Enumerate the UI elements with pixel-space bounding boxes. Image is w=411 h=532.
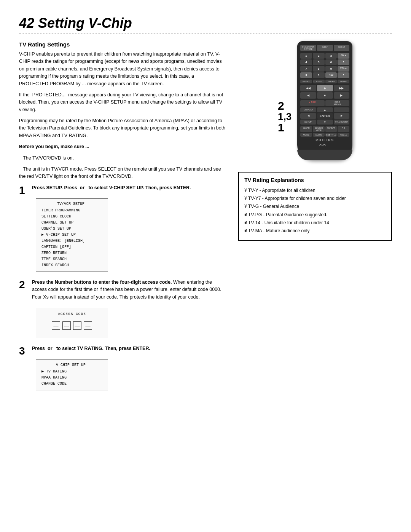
disc-menu-btn[interactable]: DISCMENU — [325, 100, 350, 106]
two-col-layout: TV Rating Settings V-CHIP enables parent… — [19, 41, 392, 397]
ch-up-btn[interactable]: CH▲ — [338, 53, 349, 59]
search-mode-btn[interactable]: SEARCH MODE — [313, 126, 325, 132]
ch-down-btn[interactable]: ▼ — [338, 59, 349, 65]
step-2: 2 Press the Number buttons to enter the … — [19, 279, 227, 338]
num-btn-8[interactable]: 8 — [313, 66, 325, 72]
ac-box-1: — — [52, 321, 60, 330]
clear-btn[interactable]: CLEAR — [300, 126, 312, 132]
screen-item: INDEX SEARCH — [41, 262, 102, 268]
ffwd-btn[interactable]: ▶▶ — [334, 85, 350, 91]
repeat-btn[interactable]: REPEAT — [325, 126, 337, 132]
remote-top-buttons: STANDBY/ONPICTURE SLEEP SELECT — [300, 45, 349, 51]
step-3-number: 3 — [19, 346, 28, 356]
tv-rating-item-14: TV-14 - Unsuitable for children under 14 — [244, 219, 386, 227]
bottom-row-1: CLEAR SEARCH MODE REPEAT A-B — [300, 126, 349, 132]
access-code-display: — — — — — [42, 320, 102, 331]
before-heading: Before you begin, make sure ... — [19, 143, 227, 150]
speed-btn[interactable]: SPEED — [300, 80, 312, 83]
screen-item-mpaa: MPAA RATING — [41, 375, 102, 381]
tv-rating-item-g: TV-G - General Audience — [244, 203, 386, 210]
zoom-btn[interactable]: ZOOM — [325, 80, 337, 83]
play-btn[interactable]: ▶ — [317, 85, 333, 91]
record-btn[interactable]: ● REC — [300, 100, 325, 106]
step-2-content: Press the Number buttons to enter the fo… — [32, 279, 227, 338]
access-code-boxes: — — — — — [52, 321, 92, 330]
ab-btn[interactable]: A-B — [338, 126, 349, 132]
vol-up-btn[interactable]: VOL▲ — [338, 66, 349, 72]
setup-btn[interactable]: SETUP — [300, 120, 316, 125]
left-btn[interactable]: ◀ — [300, 113, 316, 119]
rewind-btn[interactable]: ◀◀ — [300, 85, 316, 91]
creset-btn[interactable]: C.RESET — [313, 80, 325, 83]
left-column: TV Rating Settings V-CHIP enables parent… — [19, 41, 227, 397]
display-btn[interactable]: DISPLAY — [300, 107, 316, 112]
audio-btn[interactable]: AUDIO — [313, 133, 325, 137]
tv-rating-item-y7: TV-Y7 - Appropriate for children seven a… — [244, 195, 386, 202]
num-btn-2[interactable]: 2 — [313, 53, 325, 59]
tv-rating-heading: TV Rating Settings — [19, 41, 227, 48]
bottom-row-2: MODE AUDIO SUBTITLE ANGLE — [300, 133, 349, 137]
dvd-logo: DVD — [300, 143, 349, 148]
down-btn[interactable]: ▼ — [317, 120, 333, 125]
right-column: 2 1,3 1 STANDBY/ONPICTURE SLEEP SELECT 1 — [238, 41, 392, 397]
right-btn[interactable]: ▶ — [334, 113, 350, 119]
remote-mid-row: SPEED C.RESET ZOOM MUTE — [300, 80, 349, 83]
screen-item: TIMER PROGRAMMING — [41, 208, 102, 214]
ac-box-2: — — [62, 321, 71, 330]
plus10-btn[interactable]: +10 — [325, 72, 337, 78]
screen-item-selected: V-CHIP SET UP — [41, 232, 102, 238]
remote-step-num-2: 2 — [278, 100, 292, 112]
tv-rating-para-2: If the PROTECTED... message appears duri… — [19, 91, 227, 113]
tv-rating-box-heading: TV Rating Explanations — [244, 177, 386, 183]
num-btn-9[interactable]: 9 — [325, 66, 337, 72]
title-return-btn[interactable]: TITLE RETURN — [334, 120, 350, 125]
screen-item: CHANNEL SET UP — [41, 220, 102, 226]
angle-btn[interactable]: ANGLE — [338, 133, 349, 137]
step-1-content: Press SETUP. Press or to select V-CHIP S… — [32, 184, 227, 272]
screen-title-step3: —V-CHIP SET UP — — [41, 363, 102, 367]
tv-rating-item-pg: TV-PG - Parental Guidance suggested. — [244, 211, 386, 219]
before-heading-bold: Before you begin, make sure ... — [19, 144, 89, 149]
step-1-number: 1 — [19, 185, 28, 196]
step-2-number: 2 — [19, 280, 28, 290]
standby-btn[interactable]: STANDBY/ONPICTURE — [300, 45, 316, 51]
ac-box-4: — — [84, 321, 92, 330]
remote-section: 2 1,3 1 STANDBY/ONPICTURE SLEEP SELECT 1 — [278, 41, 352, 160]
num-btn-6[interactable]: 6 — [325, 59, 337, 65]
screen-item: TIME SEARCH — [41, 256, 102, 262]
mode-btn[interactable]: MODE — [300, 133, 312, 137]
up-btn[interactable]: ▲ — [317, 107, 333, 112]
pause-btn[interactable]: II — [300, 72, 312, 78]
page-container: 42 Setting V-Chip TV Rating Settings V-C… — [0, 0, 411, 412]
enter-btn[interactable]: ENTER — [317, 113, 333, 119]
num-grid: 1 2 3 CH▲ 4 5 6 ▼ 7 8 9 VOL▲ II 0 — [300, 53, 349, 78]
page-title: 42 Setting V-Chip — [19, 15, 392, 31]
num-btn-5[interactable]: 5 — [313, 59, 325, 65]
dotted-separator — [19, 34, 392, 34]
subtitle-btn[interactable]: SUBTITLE — [325, 133, 337, 137]
step-2-text: Press the Number buttons to enter the fo… — [32, 279, 227, 301]
stop-btn[interactable]: ■ — [317, 92, 333, 99]
screen-title-step1: —TV/VCR SETUP — — [41, 202, 102, 206]
num-btn-0[interactable]: 0 — [313, 72, 325, 78]
num-btn-7[interactable]: 7 — [300, 66, 312, 72]
sleep-btn[interactable]: SLEEP — [317, 45, 333, 51]
screen-item: LANGUAGE: [ENGLISH] — [41, 238, 102, 244]
next-btn[interactable]: ▶ — [334, 92, 350, 99]
mute-btn[interactable]: MUTE — [338, 80, 349, 83]
step-3: 3 Press or to select TV RATING. Then, pr… — [19, 345, 227, 390]
access-code-mockup: ACCESS CODE — — — — — [36, 308, 108, 338]
remote-step-num-13: 1,3 — [278, 112, 292, 122]
select-btn[interactable]: SELECT — [334, 45, 350, 51]
screen-item-tv-rating: TV RATING — [41, 369, 102, 375]
access-code-title: ACCESS CODE — [42, 312, 102, 316]
svg-text:DVD: DVD — [319, 144, 326, 147]
step-1-text: Press SETUP. Press or to select V-CHIP S… — [32, 184, 227, 192]
tv-rating-para-3: Programming may be rated by the Motion P… — [19, 117, 227, 139]
vol-down-btn[interactable]: ▼ — [338, 72, 349, 78]
philips-brand: PHILIPS — [300, 138, 349, 142]
num-btn-3[interactable]: 3 — [325, 53, 337, 59]
num-btn-1[interactable]: 1 — [300, 53, 312, 59]
num-btn-4[interactable]: 4 — [300, 59, 312, 65]
prev-btn[interactable]: ◀ — [300, 92, 316, 99]
